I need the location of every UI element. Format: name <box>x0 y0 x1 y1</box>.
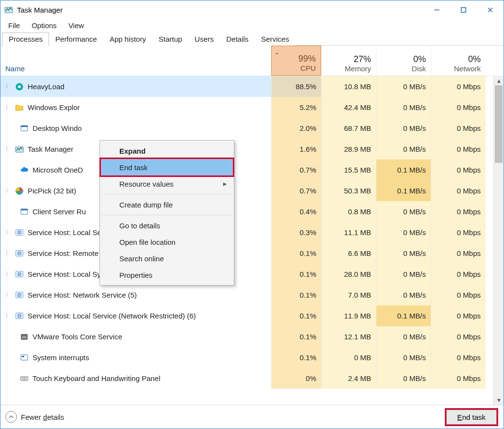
table-row[interactable]: System interrupts0.1%0 MB0 MB/s0 Mbps <box>0 347 504 368</box>
expand-chevron-icon[interactable]: 〉 <box>5 187 11 195</box>
expand-chevron-icon[interactable]: 〉 <box>5 228 11 237</box>
scroll-down-icon[interactable]: ▾ <box>494 395 504 405</box>
table-row[interactable]: Desktop Windo2.0%68.7 MB0 MB/s0 Mbps <box>0 118 504 139</box>
cell-memory: 42.4 MB <box>321 97 376 118</box>
expand-chevron-icon[interactable]: 〉 <box>5 312 11 320</box>
menu-options[interactable]: Options <box>27 20 62 31</box>
context-menu-end-task[interactable]: End task <box>101 159 233 175</box>
table-row[interactable]: 〉Service Host: Local Service (Network Re… <box>0 305 504 326</box>
cell-memory: 11.9 MB <box>321 305 376 326</box>
tab-startup[interactable]: Startup <box>152 32 188 46</box>
fewer-details-label: Fewer details <box>21 413 64 421</box>
cell-cpu: 0.7% <box>271 180 321 201</box>
svg-rect-34 <box>21 377 22 378</box>
process-name-label: Touch Keyboard and Handwriting Panel <box>33 374 161 382</box>
context-menu-open-file-location[interactable]: Open file location <box>101 234 233 250</box>
svg-rect-31 <box>22 356 24 357</box>
svg-point-15 <box>19 232 20 233</box>
tab-performance[interactable]: Performance <box>49 32 103 46</box>
process-icon <box>15 270 24 279</box>
process-name-label: Service Host: Network Service (5) <box>28 291 137 299</box>
process-icon <box>20 374 29 383</box>
svg-point-6 <box>18 85 21 88</box>
table-row[interactable]: Touch Keyboard and Handwriting Panel0%2.… <box>0 368 504 389</box>
cell-disk: 0 MB/s <box>376 139 431 159</box>
col-header-cpu[interactable]: ⌄ 99% CPU <box>271 46 321 76</box>
memory-total: 27% <box>354 54 371 64</box>
process-icon: vm <box>20 333 29 341</box>
scroll-up-icon[interactable]: ▴ <box>494 76 504 85</box>
tab-app-history[interactable]: App history <box>103 32 152 46</box>
expand-chevron-icon[interactable]: 〉 <box>5 249 11 257</box>
tab-processes[interactable]: Processes <box>2 32 49 46</box>
cpu-total: 99% <box>298 54 316 64</box>
context-menu-create-dump-file[interactable]: Create dump file <box>101 196 233 213</box>
table-row[interactable]: Client Server Ru0.4%0.8 MB0 MB/s0 Mbps <box>0 201 504 222</box>
context-menu-properties[interactable]: Properties <box>101 267 233 283</box>
cell-cpu: 0.1% <box>271 347 321 368</box>
cell-memory: 6.6 MB <box>321 243 376 264</box>
cell-cpu: 0% <box>271 368 321 389</box>
table-row[interactable]: Microsoft OneD0.7%15.5 MB0.1 MB/s0 Mbps <box>0 159 504 180</box>
menu-separator <box>102 194 232 194</box>
cell-network: 0 Mbps <box>431 180 486 201</box>
cell-memory: 0.8 MB <box>321 201 376 222</box>
scroll-track[interactable] <box>494 85 504 395</box>
cell-disk: 0 MB/s <box>376 76 431 97</box>
table-row[interactable]: 〉Service Host: Remote Procedure Call (2)… <box>0 243 504 264</box>
cell-process-name: Desktop Windo <box>0 118 271 139</box>
expand-chevron-icon[interactable]: 〉 <box>5 103 11 111</box>
tab-details[interactable]: Details <box>220 32 255 46</box>
svg-rect-12 <box>21 209 28 210</box>
table-row[interactable]: 〉Windows Explor5.2%42.4 MB0 MB/s0 Mbps <box>0 97 504 118</box>
col-header-disk-label: Disk <box>412 64 426 73</box>
menu-view[interactable]: View <box>64 20 89 31</box>
context-menu-go-to-details[interactable]: Go to details <box>101 217 233 234</box>
col-header-name-label: Name <box>5 64 25 73</box>
menu-file[interactable]: File <box>3 20 25 31</box>
table-row[interactable]: 〉Service Host: Local Service (No Network… <box>0 222 504 243</box>
col-header-memory[interactable]: 27% Memory <box>321 46 376 76</box>
svg-rect-37 <box>25 377 26 378</box>
close-button[interactable] <box>477 0 504 19</box>
expand-chevron-icon[interactable]: 〉 <box>5 82 11 91</box>
table-row[interactable]: 〉PicPick (32 bit)0.7%50.3 MB0.1 MB/s0 Mb… <box>0 180 504 201</box>
tab-services[interactable]: Services <box>255 32 295 46</box>
tab-users[interactable]: Users <box>188 32 220 46</box>
scroll-thumb[interactable] <box>495 85 503 163</box>
table-row[interactable]: vmVMware Tools Core Service0.1%12.1 MB0 … <box>0 326 504 347</box>
context-menu-expand[interactable]: Expand <box>101 143 233 159</box>
col-header-disk[interactable]: 0% Disk <box>376 46 431 76</box>
cell-memory: 11.1 MB <box>321 222 376 243</box>
expand-chevron-icon[interactable]: 〉 <box>5 291 11 299</box>
cell-cpu: 2.0% <box>271 118 321 139</box>
cell-memory: 15.5 MB <box>321 159 376 180</box>
cell-process-name: vmVMware Tools Core Service <box>0 326 271 347</box>
context-menu-resource-values[interactable]: Resource values▸ <box>101 175 233 192</box>
fewer-details-button[interactable]: Fewer details <box>5 411 64 423</box>
context-menu-search-online[interactable]: Search online <box>101 250 233 267</box>
table-row[interactable]: 〉HeavyLoad88.5%10.8 MB0 MB/s0 Mbps <box>0 76 504 97</box>
window-title: Task Manager <box>17 6 63 14</box>
context-menu: ExpandEnd taskResource values▸Create dum… <box>99 140 234 286</box>
cell-cpu: 0.7% <box>271 159 321 180</box>
cell-disk: 0 MB/s <box>376 201 431 222</box>
minimize-button[interactable] <box>423 0 450 19</box>
col-header-network[interactable]: 0% Network <box>431 46 486 76</box>
cell-disk: 0 MB/s <box>376 368 431 389</box>
vertical-scrollbar[interactable]: ▴ ▾ <box>493 76 504 405</box>
cell-memory: 28.9 MB <box>321 139 376 159</box>
cell-disk: 0 MB/s <box>376 222 431 243</box>
table-row[interactable]: 〉Task Manager1.6%28.9 MB0 MB/s0 Mbps <box>0 139 504 159</box>
end-task-button[interactable]: End task <box>446 410 497 425</box>
maximize-button[interactable] <box>450 0 477 19</box>
expand-chevron-icon[interactable]: 〉 <box>5 270 11 278</box>
table-row[interactable]: 〉Service Host: Network Service (5)0.1%7.… <box>0 285 504 305</box>
expand-chevron-icon[interactable]: 〉 <box>5 145 11 153</box>
table-header: Name ⌄ 99% CPU 27% Memory 0% Disk 0% Net… <box>0 46 504 76</box>
cell-cpu: 0.1% <box>271 285 321 305</box>
process-icon <box>15 312 24 320</box>
table-row[interactable]: 〉Service Host: Local System (18)0.1%28.0… <box>0 264 504 285</box>
col-header-name[interactable]: Name <box>0 46 271 76</box>
process-name-label: Task Manager <box>28 145 73 153</box>
